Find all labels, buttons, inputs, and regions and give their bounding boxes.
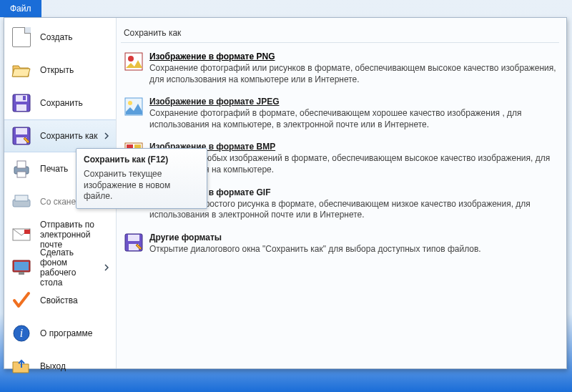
menu-item-label: Выход	[40, 361, 109, 371]
menu-item-set-desktop[interactable]: Сделать фоном рабочего стола	[4, 251, 116, 284]
svg-rect-15	[14, 262, 29, 270]
chevron-right-icon	[104, 132, 109, 139]
menu-item-properties[interactable]: Свойства	[4, 284, 116, 317]
menu-item-label: Открыть	[40, 65, 109, 75]
tooltip-save-as: Сохранить как (F12) Сохранить текущее из…	[76, 148, 207, 209]
menu-item-create[interactable]: Создать	[4, 21, 116, 54]
svg-text:i: i	[20, 327, 23, 339]
submenu-item-jpeg[interactable]: Изображение в формате JPEG Сохранение фо…	[121, 92, 559, 137]
mail-send-icon	[11, 225, 31, 245]
svg-point-20	[128, 56, 134, 62]
menu-item-label: Отправить по электронной почте	[40, 220, 109, 250]
submenu-item-other[interactable]: Другие форматы Открытие диалогового окна…	[121, 228, 559, 263]
submenu-title: Изображение в формате PNG	[149, 52, 556, 62]
submenu-title: Изображение в формате JPEG	[149, 97, 556, 107]
floppy-save-as-icon	[11, 126, 31, 146]
exit-icon	[11, 356, 31, 376]
save-as-header: Сохранить как	[121, 25, 559, 43]
document-new-icon	[11, 27, 31, 47]
menu-item-save[interactable]: Сохранить	[4, 87, 116, 119]
submenu-text: Изображение в формате BMP Сохранение люб…	[149, 142, 556, 175]
tooltip-title: Сохранить как (F12)	[84, 155, 199, 165]
submenu-text: Изображение в формате GIF Сохранение про…	[149, 187, 556, 221]
submenu-text: Изображение в формате JPEG Сохранение фо…	[149, 97, 556, 130]
submenu-title: Другие форматы	[149, 232, 556, 242]
tooltip-body: Сохранить текущее изображение в новом фа…	[84, 169, 199, 202]
submenu-text: Другие форматы Открытие диалогового окна…	[149, 232, 556, 255]
submenu-desc: Сохранение любых изображений в формате, …	[149, 153, 556, 175]
menu-item-send-mail[interactable]: Отправить по электронной почте	[4, 218, 116, 251]
svg-rect-3	[23, 96, 26, 100]
submenu-title: Изображение в формате BMP	[149, 142, 556, 152]
submenu-text: Изображение в формате PNG Сохранение фот…	[149, 52, 556, 85]
menu-item-open[interactable]: Открыть	[4, 54, 116, 87]
menu-item-label: О программе	[40, 328, 109, 338]
scanner-icon	[11, 192, 31, 212]
submenu-desc: Сохранение простого рисунка в формате, о…	[149, 199, 556, 221]
svg-rect-11	[15, 195, 28, 201]
svg-rect-29	[128, 235, 139, 241]
desktop-wallpaper-icon	[11, 258, 31, 278]
folder-open-icon	[11, 60, 31, 80]
menu-item-label: Сохранить	[40, 98, 109, 108]
submenu-desc: Сохранение фотографий или рисунков в фор…	[149, 63, 556, 85]
svg-rect-5	[16, 128, 27, 134]
save-as-other-icon	[124, 232, 144, 253]
chevron-right-icon	[104, 264, 109, 271]
submenu-desc: Открытие диалогового окна "Сохранить как…	[149, 244, 556, 255]
menu-item-label: Свойства	[40, 295, 109, 305]
submenu-desc: Сохранение фотографий в формате, обеспеч…	[149, 108, 556, 130]
svg-point-22	[128, 101, 132, 105]
submenu-item-png[interactable]: Изображение в формате PNG Сохранение фот…	[121, 47, 559, 92]
menu-item-label: Создать	[40, 32, 109, 42]
menu-item-label: Сохранить как	[40, 131, 100, 141]
ribbon-tabs: Файл	[0, 0, 41, 17]
printer-icon	[11, 159, 31, 179]
submenu-title: Изображение в формате GIF	[149, 187, 556, 197]
tab-file[interactable]: Файл	[0, 0, 41, 17]
svg-rect-2	[16, 104, 26, 111]
checkmark-icon	[11, 290, 31, 310]
menu-item-about[interactable]: i О программе	[4, 317, 116, 350]
menu-item-label: Сделать фоном рабочего стола	[40, 248, 100, 288]
info-icon: i	[11, 323, 31, 343]
svg-rect-9	[17, 172, 26, 177]
image-png-icon	[124, 52, 144, 72]
image-jpeg-icon	[124, 97, 144, 117]
svg-rect-8	[17, 161, 26, 168]
menu-item-exit[interactable]: Выход	[4, 350, 116, 383]
svg-rect-16	[19, 272, 24, 275]
floppy-save-icon	[11, 93, 31, 113]
svg-rect-13	[24, 230, 30, 234]
